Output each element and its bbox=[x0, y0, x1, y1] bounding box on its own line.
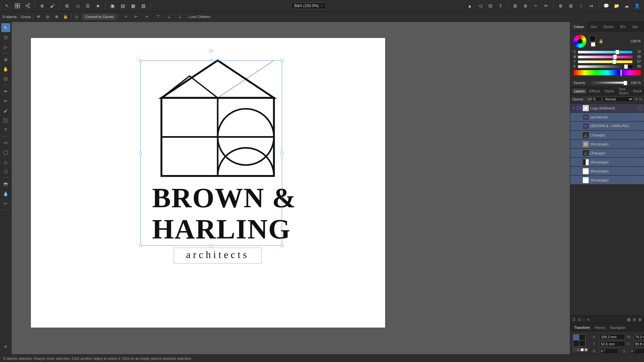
tab-appear[interactable]: Apr bbox=[629, 22, 641, 31]
layer-check-rect1[interactable]: ✓ bbox=[638, 142, 643, 146]
tool-crop[interactable]: ⊡ bbox=[1, 74, 10, 83]
align-bottom[interactable]: ⊥ bbox=[175, 12, 185, 21]
layer-expand-rect2[interactable]: ▷ bbox=[572, 160, 575, 164]
layer-check-rect2[interactable]: ✓ bbox=[638, 160, 643, 164]
tool-folder[interactable]: 📁 bbox=[612, 1, 621, 10]
convert-to-curves-button[interactable]: Convert to Curves bbox=[82, 14, 117, 20]
tool-dropper[interactable]: 💧 bbox=[1, 189, 10, 198]
tool-rect3[interactable]: ▦ bbox=[128, 1, 137, 10]
layer-check-rect3[interactable]: ✓ bbox=[638, 169, 643, 173]
layers-options-icon[interactable]: ▦ bbox=[627, 317, 630, 322]
layers-blend-mode[interactable]: Normal Multiply Screen Overlay bbox=[603, 97, 634, 102]
tab-stroke[interactable]: Stroke bbox=[600, 22, 617, 31]
tool-target[interactable]: ⊕ bbox=[38, 1, 47, 10]
tool-tri-up[interactable]: ▲ bbox=[465, 1, 474, 10]
layers-opacity-input[interactable] bbox=[585, 97, 601, 102]
tool-grid3[interactable]: ⊞ bbox=[511, 1, 520, 10]
tool-move-icon[interactable]: ▷ bbox=[73, 13, 80, 20]
colour-spectrum[interactable] bbox=[573, 70, 641, 75]
tool-arrow[interactable]: ↖ bbox=[3, 1, 12, 10]
layer-check-architects[interactable]: ✓ bbox=[638, 115, 643, 119]
layer-item-rect2[interactable]: ▷ (Rectangle) ✓ bbox=[570, 158, 644, 167]
canvas-area[interactable]: BROWN & HARLING architects bbox=[12, 22, 570, 362]
tool-brush[interactable]: 🖌 bbox=[48, 1, 57, 10]
file-close-button[interactable]: × bbox=[321, 4, 323, 8]
layers-fx-bottom-icon[interactable]: fx bbox=[587, 318, 590, 321]
h-input[interactable] bbox=[633, 341, 644, 347]
x-input[interactable] bbox=[599, 334, 625, 340]
layers-tab-styles[interactable]: Styles bbox=[602, 88, 616, 94]
layers-delete-icon[interactable]: 🗑 bbox=[638, 317, 642, 322]
layer-expand-artboard[interactable]: ▾ bbox=[572, 106, 575, 110]
layers-fx-icon[interactable]: fx bbox=[639, 97, 642, 101]
tab-swatch[interactable]: Swt bbox=[587, 22, 600, 31]
tab-navigator[interactable]: Navigator bbox=[608, 325, 627, 330]
w-input[interactable] bbox=[633, 334, 644, 340]
layer-item-rect1[interactable]: (Rectangle) ✓ bbox=[570, 140, 644, 149]
tool-shape-poly[interactable]: ⬡ bbox=[1, 167, 10, 176]
tool-export[interactable]: ⇧ bbox=[496, 1, 505, 10]
layers-tab-effects[interactable]: Effects bbox=[587, 88, 602, 94]
layer-item-artboard[interactable]: ▾ Logo (Artboard) ✓ bbox=[570, 104, 644, 113]
bg-color[interactable] bbox=[591, 42, 595, 47]
fg-color[interactable] bbox=[590, 36, 595, 42]
layer-check-artboard[interactable]: ✓ bbox=[638, 106, 643, 110]
tool-hand[interactable]: ✋ bbox=[1, 65, 10, 74]
tool-select[interactable]: ↖ bbox=[1, 23, 10, 32]
r-input[interactable] bbox=[599, 348, 619, 354]
tool-rect2[interactable]: ▤ bbox=[118, 1, 127, 10]
opacity-slider[interactable] bbox=[592, 81, 628, 84]
tool-person2[interactable]: 👤 bbox=[632, 1, 641, 10]
tool-eye2[interactable]: ◎ bbox=[44, 13, 51, 20]
align-center-h[interactable]: ⊢ bbox=[132, 12, 141, 21]
layers-add2-icon[interactable]: ⊕ bbox=[632, 317, 636, 322]
tool-rect4[interactable]: ▧ bbox=[139, 1, 148, 10]
tool-grid2[interactable]: ⊞ bbox=[62, 1, 71, 10]
layer-item-brown[interactable]: A (BROWN & ⊹HARLING) ✓ bbox=[570, 122, 644, 131]
layers-tab-layers[interactable]: Layers bbox=[572, 88, 587, 94]
tool-pen-red[interactable]: ✒ bbox=[531, 1, 540, 10]
layers-tab-stock[interactable]: Stock bbox=[631, 88, 644, 94]
align-center-v[interactable]: ⊥ bbox=[165, 12, 174, 21]
tab-history[interactable]: History bbox=[593, 325, 608, 330]
tool-pen-left[interactable]: ✒ bbox=[1, 87, 10, 96]
tool-measure[interactable]: ⊢ bbox=[1, 199, 10, 208]
tab-transform[interactable]: Transform bbox=[572, 325, 592, 330]
k-slider[interactable] bbox=[578, 65, 632, 68]
layers-group-icon[interactable]: ⊡ bbox=[578, 317, 581, 322]
tool-shape-rect[interactable]: ▭ bbox=[1, 138, 10, 147]
layer-check-tri1[interactable]: ✓ bbox=[638, 133, 643, 137]
tool-gradient[interactable]: ⬒ bbox=[1, 180, 10, 189]
layer-item-tri2[interactable]: (Triangle) ✓ bbox=[570, 149, 644, 158]
y-input[interactable] bbox=[599, 341, 625, 347]
tab-brush[interactable]: Brs bbox=[617, 22, 630, 31]
m-slider[interactable] bbox=[578, 56, 632, 58]
tool-fill[interactable]: ⬛ bbox=[1, 116, 10, 125]
tool-node[interactable]: ⊡ bbox=[1, 33, 10, 42]
tool-shape-tri[interactable]: △ bbox=[1, 157, 10, 166]
align-top[interactable]: ⊤ bbox=[154, 12, 163, 21]
tool-zoom[interactable]: ⊕ bbox=[1, 55, 10, 64]
file-title[interactable]: B&H (150.0%) × bbox=[291, 3, 326, 9]
tool-text[interactable]: T bbox=[1, 125, 10, 135]
tool-pencil-left[interactable]: ✏ bbox=[1, 97, 10, 106]
tool-share[interactable] bbox=[23, 1, 32, 10]
tool-shape-ellipse[interactable]: ◯ bbox=[1, 148, 10, 157]
tool-person[interactable]: ☰ bbox=[83, 1, 92, 10]
layers-settings-icon[interactable]: ⚙ bbox=[635, 97, 638, 101]
tool-layers4[interactable]: ⊞ bbox=[566, 1, 575, 10]
tab-colour[interactable]: Colour bbox=[570, 22, 587, 31]
c-slider[interactable] bbox=[578, 51, 632, 53]
tool-back[interactable]: ◁ bbox=[476, 1, 485, 10]
tool-grid[interactable] bbox=[13, 1, 22, 10]
tool-more[interactable]: ⚙ bbox=[1, 342, 10, 351]
layers-add-icon[interactable]: ☰ bbox=[572, 317, 576, 322]
layer-item-rect4[interactable]: (Rectangle) ✓ bbox=[570, 176, 644, 185]
layers-mask-icon[interactable]: ○ bbox=[583, 317, 585, 322]
tool-transform[interactable]: ⊕ bbox=[53, 13, 60, 20]
layer-item-architects[interactable]: A (architects) ✓ bbox=[570, 113, 644, 122]
tool-rect1[interactable]: ▣ bbox=[108, 1, 117, 10]
tool-subselect[interactable]: ▷ bbox=[1, 42, 10, 51]
layer-check-brown[interactable]: ✓ bbox=[638, 124, 643, 128]
tool-layers2[interactable]: ⊟ bbox=[486, 1, 495, 10]
